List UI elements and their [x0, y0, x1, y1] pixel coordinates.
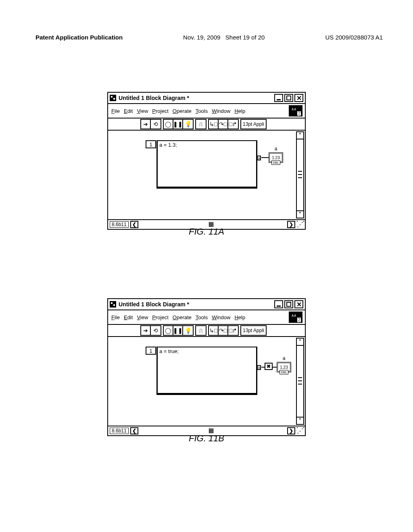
font-display[interactable]: 13pt Appli [240, 119, 267, 129]
step-out-button[interactable]: □↱ [228, 120, 238, 129]
step-over-button[interactable]: ↷□ [219, 326, 228, 335]
step-over-button[interactable]: ↷□ [219, 120, 228, 129]
menu-help[interactable]: Help [234, 108, 245, 114]
menu-project[interactable]: Project [152, 314, 168, 320]
wire [261, 157, 269, 158]
node-output-terminal[interactable]: a [257, 156, 261, 160]
pause-button[interactable]: ❚❚ [173, 326, 183, 335]
menu-file[interactable]: File [111, 108, 120, 114]
window-title: Untitled 1 Block Diagram * [119, 301, 274, 308]
node-code: a = 1.3; [158, 141, 256, 149]
app-icon [110, 95, 116, 101]
diagram-canvas[interactable]: 1 a = 1.3; a a 1.23 DBL ˄ ˅ [108, 131, 305, 219]
close-button[interactable]: ✕ [294, 94, 303, 102]
node-code: a = true; [158, 347, 256, 355]
run-continuous-button[interactable]: ⟲ [151, 326, 161, 335]
scroll-track[interactable] [296, 346, 304, 417]
close-button[interactable]: ✕ [294, 300, 303, 308]
minimize-button[interactable] [274, 94, 283, 102]
indicator-label: a [269, 146, 283, 152]
pause-button[interactable]: ❚❚ [173, 120, 183, 129]
menu-help[interactable]: Help [234, 314, 245, 320]
scroll-down-button[interactable]: ˅ [296, 417, 304, 425]
step-into-button[interactable]: ↳□ [209, 120, 219, 129]
wire [273, 367, 277, 368]
formula-node[interactable]: 1 a = true; a [156, 347, 257, 395]
font-display[interactable]: 13pt Appli [240, 325, 267, 336]
figure-b-label: FIG. 11B [0, 433, 413, 444]
vertical-scrollbar[interactable]: ˄ ˅ [296, 338, 304, 425]
vertical-scrollbar[interactable]: ˄ ˅ [296, 131, 304, 218]
indicator[interactable]: a 1.23 DBL [277, 355, 291, 372]
menu-window[interactable]: Window [212, 108, 230, 114]
node-index: 1 [146, 347, 156, 355]
indicator[interactable]: a 1.23 DBL [269, 146, 283, 163]
menu-window[interactable]: Window [212, 314, 230, 320]
indicator-box: 1.23 DBL [269, 152, 283, 163]
retain-wires-button[interactable]: ⎍ [196, 326, 206, 335]
indicator-type: DBL [271, 160, 280, 165]
abort-button[interactable]: ◯ [164, 326, 173, 335]
scroll-down-button[interactable]: ˅ [296, 210, 304, 218]
menu-operate[interactable]: Operate [173, 108, 192, 114]
indicator-box: 1.23 DBL [277, 362, 291, 372]
highlight-exec-button[interactable]: 💡 [183, 120, 193, 129]
wire [261, 367, 265, 368]
step-out-button[interactable]: □↱ [228, 326, 238, 335]
titlebar: Untitled 1 Block Diagram * ✕ [108, 93, 305, 104]
scroll-track[interactable] [296, 139, 304, 210]
menu-edit[interactable]: Edit [124, 314, 133, 320]
run-button[interactable]: ➔ [141, 326, 151, 335]
window-fig-a: Untitled 1 Block Diagram * ✕ File Edit V… [107, 92, 306, 230]
retain-wires-button[interactable]: ⎍ [196, 120, 206, 129]
maximize-button[interactable] [284, 300, 293, 308]
node-output-terminal[interactable]: a [257, 365, 261, 370]
indicator-type: DBL [280, 370, 288, 374]
titlebar: Untitled 1 Block Diagram * ✕ [108, 299, 305, 310]
menu-file[interactable]: File [111, 314, 120, 320]
window-title: Untitled 1 Block Diagram * [119, 95, 274, 101]
menu-operate[interactable]: Operate [173, 314, 192, 320]
window-fig-b: Untitled 1 Block Diagram * ✕ File Edit V… [107, 298, 306, 436]
app-icon [110, 301, 116, 308]
context-help-icon[interactable]: ∧∧ 2 [289, 312, 302, 323]
publication-label: Patent Application Publication [35, 34, 123, 41]
diagram-canvas[interactable]: 1 a = true; a ✖ a 1.23 DBL ˄ ˅ [108, 337, 305, 426]
minimize-button[interactable] [274, 300, 283, 308]
page-header: Patent Application Publication Nov. 19, … [35, 34, 383, 41]
abort-button[interactable]: ◯ [164, 120, 173, 129]
menu-view[interactable]: View [137, 108, 148, 114]
node-index: 1 [146, 140, 156, 148]
run-button[interactable]: ➔ [141, 120, 151, 129]
indicator-label: a [277, 355, 291, 361]
scroll-up-button[interactable]: ˄ [296, 338, 304, 346]
highlight-exec-button[interactable]: 💡 [183, 326, 193, 335]
menu-view[interactable]: View [137, 314, 148, 320]
menu-edit[interactable]: Edit [124, 108, 133, 114]
toolbar: ➔ ⟲ ◯ ❚❚ 💡 ⎍ ↳□ ↷□ □↱ 13pt Appli [108, 325, 305, 337]
scroll-up-button[interactable]: ˄ [296, 131, 304, 139]
menubar: File Edit View Project Operate Tools Win… [108, 310, 305, 325]
step-into-button[interactable]: ↳□ [209, 326, 219, 335]
maximize-button[interactable] [284, 94, 293, 102]
publication-date: Nov. 19, 2009 Sheet 19 of 20 [183, 34, 265, 41]
run-continuous-button[interactable]: ⟲ [151, 120, 161, 129]
publication-number: US 2009/0288073 A1 [325, 34, 383, 41]
context-help-icon[interactable]: ∧∧ 2 [289, 105, 302, 116]
menubar: File Edit View Project Operate Tools Win… [108, 104, 305, 118]
menu-tools[interactable]: Tools [196, 108, 208, 114]
formula-node[interactable]: 1 a = 1.3; a [156, 140, 257, 189]
broken-type-icon: ✖ [265, 363, 273, 370]
toolbar: ➔ ⟲ ◯ ❚❚ 💡 ⎍ ↳□ ↷□ □↱ 13pt Appli [108, 118, 305, 131]
menu-project[interactable]: Project [152, 108, 168, 114]
menu-tools[interactable]: Tools [196, 314, 208, 320]
figure-a-label: FIG. 11A [0, 227, 413, 237]
